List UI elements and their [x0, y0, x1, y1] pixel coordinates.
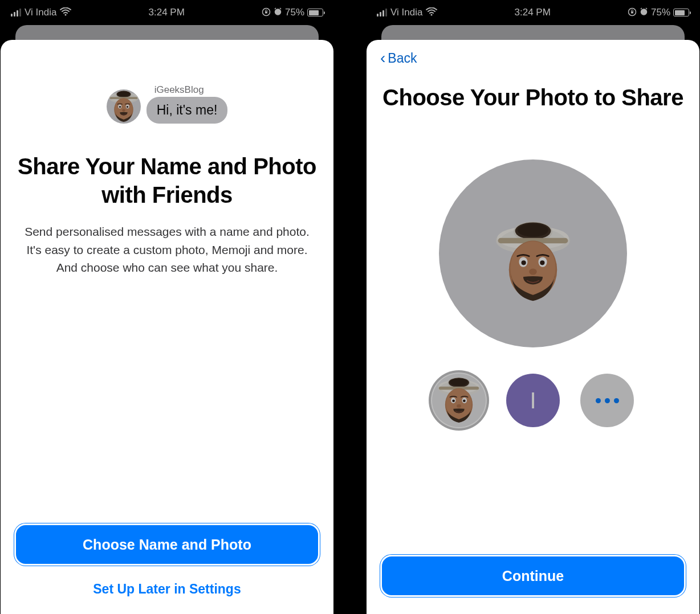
- page-description: Send personalised messages with a name a…: [14, 223, 320, 277]
- status-bar: Vi India 3:24 PM 75%: [367, 0, 699, 23]
- carrier-label: Vi India: [390, 7, 422, 18]
- page-title: Share Your Name and Photo with Friends: [14, 152, 320, 209]
- ellipsis-icon: [596, 398, 619, 403]
- modal-card: iGeeksBlog Hi, it's me! Share Your Name …: [1, 40, 333, 614]
- phone-screen-right: Vi India 3:24 PM 75% ‹ Back Choose Your …: [367, 0, 699, 614]
- modal-card: ‹ Back Choose Your Photo to Share I Cont…: [367, 40, 699, 614]
- battery-icon: [307, 9, 323, 17]
- battery-percent: 75%: [651, 7, 670, 18]
- wifi-icon: [60, 7, 71, 18]
- setup-later-link[interactable]: Set Up Later in Settings: [14, 582, 320, 597]
- battery-percent: 75%: [285, 7, 304, 18]
- carrier-label: Vi India: [25, 7, 56, 18]
- page-title: Choose Your Photo to Share: [380, 83, 686, 112]
- alarm-icon: [274, 7, 282, 18]
- avatar-small: [107, 89, 141, 124]
- signal-icon: [11, 9, 21, 17]
- back-label: Back: [388, 51, 417, 66]
- memoji-icon: [437, 358, 481, 443]
- photo-option-more[interactable]: [580, 374, 634, 427]
- svg-point-20: [641, 9, 646, 15]
- svg-rect-19: [631, 11, 633, 14]
- message-preview: iGeeksBlog Hi, it's me!: [14, 84, 320, 124]
- svg-point-13: [65, 14, 67, 15]
- battery-icon: [673, 9, 689, 17]
- memoji-icon: [108, 89, 139, 124]
- svg-rect-15: [265, 11, 267, 14]
- alarm-icon: [640, 7, 648, 18]
- preview-sender: iGeeksBlog: [146, 84, 228, 96]
- choose-name-photo-button[interactable]: Choose Name and Photo: [14, 523, 320, 566]
- status-bar: Vi India 3:24 PM 75%: [1, 0, 333, 23]
- photo-option-initial[interactable]: I: [506, 374, 560, 427]
- photo-options-row: I: [380, 374, 686, 427]
- signal-icon: [377, 9, 387, 17]
- time-label: 3:24 PM: [515, 7, 551, 18]
- phone-screen-left: Vi India 3:24 PM 75% iGeeksBlog Hi, i: [1, 0, 333, 614]
- photo-option-memoji[interactable]: [432, 374, 486, 427]
- time-label: 3:24 PM: [149, 7, 185, 18]
- svg-point-17: [431, 14, 433, 15]
- memoji-icon: [450, 219, 616, 305]
- wifi-icon: [426, 7, 437, 18]
- orientation-lock-icon: [628, 7, 637, 18]
- photo-preview-large: [439, 159, 627, 347]
- svg-point-16: [275, 9, 280, 15]
- back-button[interactable]: ‹ Back: [380, 50, 686, 66]
- orientation-lock-icon: [262, 7, 271, 18]
- chevron-left-icon: ‹: [380, 50, 385, 66]
- continue-button[interactable]: Continue: [380, 555, 686, 597]
- preview-bubble: Hi, it's me!: [146, 97, 228, 124]
